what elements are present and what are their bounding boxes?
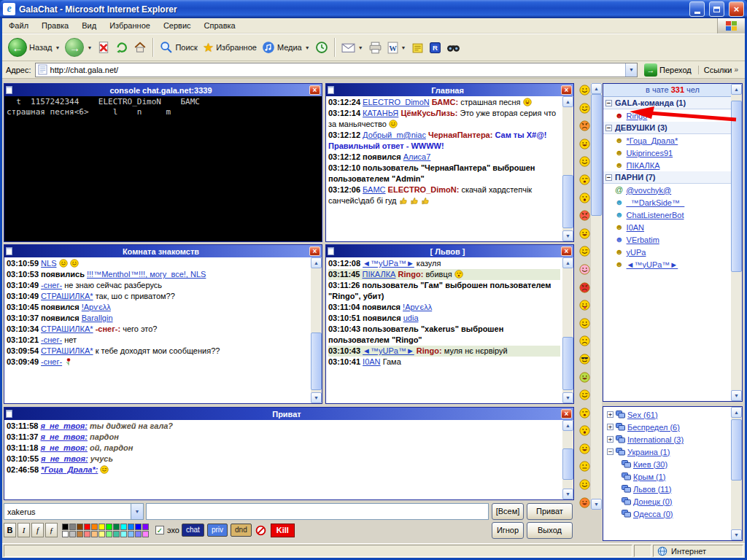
username-link[interactable]: ◄™yUPa™►: [363, 346, 414, 355]
username-link[interactable]: ПІКАЛКА: [627, 161, 660, 170]
menu-item[interactable]: Файл: [2, 18, 35, 34]
username-link[interactable]: NLS: [41, 259, 56, 268]
color-swatch[interactable]: [69, 531, 76, 537]
scroll-up-icon[interactable]: ▲: [731, 407, 742, 418]
color-swatch[interactable]: [84, 531, 90, 537]
color-swatch[interactable]: [106, 531, 112, 537]
color-swatch[interactable]: [98, 524, 105, 530]
smile-emoticon[interactable]: [579, 156, 590, 167]
color-swatch[interactable]: [128, 524, 134, 530]
collapse-icon[interactable]: −: [605, 100, 612, 106]
notes-button[interactable]: [409, 40, 426, 55]
username-link[interactable]: ◄™yUPa™►: [627, 260, 678, 269]
user-row[interactable]: ☻ChatListenerBot: [603, 209, 731, 221]
maximize-button[interactable]: [709, 1, 724, 17]
scroll-thumb[interactable]: [591, 94, 602, 216]
angry-emoticon[interactable]: [579, 282, 590, 293]
username-link[interactable]: !!!™MenthoI™!!!, могу_все!, NLS: [87, 270, 206, 279]
refresh-button[interactable]: [113, 39, 131, 55]
wink-emoticon[interactable]: [579, 103, 590, 114]
user-row[interactable]: ☻◄™yUPa™►: [603, 258, 731, 271]
username-link[interactable]: VErbatim: [627, 236, 659, 244]
scroll-thumb[interactable]: [731, 419, 742, 481]
kiss-emoticon[interactable]: [579, 408, 590, 419]
scroll-thumb[interactable]: [731, 101, 742, 272]
neutral-emoticon[interactable]: [579, 461, 590, 472]
username-link[interactable]: Добрый_m@niac: [363, 131, 426, 139]
font-button[interactable]: f: [31, 523, 44, 537]
username-link[interactable]: Barallgin: [82, 314, 113, 322]
scrollbar[interactable]: ▲▼: [731, 84, 742, 401]
color-swatch[interactable]: [113, 524, 120, 530]
room-row[interactable]: +International (3): [603, 433, 731, 446]
room-row[interactable]: −Украина (1): [603, 446, 731, 458]
color-swatch[interactable]: [77, 524, 83, 530]
messenger-button[interactable]: [444, 42, 462, 54]
color-swatch[interactable]: [135, 531, 142, 537]
home-button[interactable]: [131, 39, 149, 55]
roboform-button[interactable]: R: [427, 40, 444, 55]
room-link[interactable]: Крым (1): [633, 472, 666, 481]
username-link[interactable]: udia: [403, 314, 419, 322]
address-dropdown-icon[interactable]: ▼: [625, 63, 637, 77]
scroll-down-icon[interactable]: ▼: [562, 489, 573, 499]
forward-button[interactable]: → ▼: [63, 36, 94, 58]
toggle-chat-button[interactable]: chat: [182, 524, 204, 537]
username-link[interactable]: !Арѵєλλ: [82, 303, 111, 311]
username-link[interactable]: СТРАШИЛКА*: [41, 292, 93, 300]
room-row[interactable]: Донецк (0): [603, 495, 731, 508]
minimize-button[interactable]: [689, 1, 705, 17]
lvov-panel-header[interactable]: [ Львов ] ×: [326, 245, 573, 257]
smile-emoticon[interactable]: [579, 85, 590, 96]
user-group-header[interactable]: −ПАРНИ (7): [603, 171, 731, 184]
color-swatch[interactable]: [62, 531, 69, 537]
color-swatch[interactable]: [120, 531, 127, 537]
cool-emoticon[interactable]: [579, 354, 590, 365]
glavnaya-panel-header[interactable]: Главная ×: [326, 84, 573, 96]
scroll-down-icon[interactable]: ▼: [731, 529, 742, 540]
user-row[interactable]: ☻_™DarkSide™_: [603, 196, 731, 209]
close-icon[interactable]: ×: [309, 85, 320, 95]
username-link[interactable]: ◄™yUPa™►: [363, 259, 414, 268]
forward-dropdown-icon[interactable]: ▼: [87, 45, 92, 50]
username-link[interactable]: ПІКАЛКА: [363, 270, 396, 279]
username-link[interactable]: -снег-: [41, 281, 62, 289]
console-panel-header[interactable]: console chat.gala.net:3339 ×: [4, 84, 322, 96]
grin-emoticon[interactable]: [579, 497, 590, 508]
scrollbar[interactable]: ▲▼: [591, 83, 602, 510]
toggle-dnd-button[interactable]: dnd: [231, 524, 252, 537]
edit-dropdown-icon[interactable]: ▼: [401, 45, 406, 50]
scroll-thumb[interactable]: [562, 448, 573, 480]
username-link[interactable]: yUPa: [627, 248, 646, 257]
font-color-button[interactable]: ƒ: [45, 523, 58, 537]
room-link[interactable]: International (3): [627, 435, 684, 444]
tongue-emoticon[interactable]: [579, 300, 590, 311]
angry-emoticon[interactable]: [579, 120, 590, 131]
expand-icon[interactable]: +: [607, 411, 614, 418]
color-swatch[interactable]: [142, 531, 149, 537]
menu-item[interactable]: Справка: [198, 18, 242, 34]
collapse-icon[interactable]: −: [605, 125, 612, 131]
mail-button[interactable]: ▼: [339, 41, 365, 55]
sad-emoticon[interactable]: [579, 335, 590, 346]
italic-button[interactable]: I: [18, 523, 30, 537]
username-link[interactable]: Ringo: [627, 112, 648, 120]
wink-emoticon[interactable]: [579, 389, 590, 400]
scroll-up-icon[interactable]: ▲: [562, 257, 573, 268]
user-row[interactable]: ☻VErbatim: [603, 233, 731, 246]
smile-emoticon[interactable]: [579, 479, 590, 490]
username-link[interactable]: *Гоца_Драла*: [627, 136, 678, 145]
expand-icon[interactable]: +: [607, 424, 614, 430]
color-swatch[interactable]: [84, 524, 90, 530]
scroll-thumb[interactable]: [562, 175, 573, 228]
mail-dropdown-icon[interactable]: ▼: [358, 45, 363, 50]
username-link[interactable]: I0AN: [363, 357, 380, 366]
kiss-emoticon[interactable]: [579, 174, 590, 185]
media-dropdown-icon[interactable]: ▼: [305, 45, 310, 50]
room-row[interactable]: +Sex (61): [603, 408, 731, 421]
color-swatch[interactable]: [120, 524, 127, 530]
color-swatch[interactable]: [128, 531, 134, 537]
username-link[interactable]: Ukiprinces91: [627, 149, 673, 158]
media-button[interactable]: Медиа ▼: [260, 39, 312, 55]
room-row[interactable]: Одесса (0): [603, 508, 731, 520]
